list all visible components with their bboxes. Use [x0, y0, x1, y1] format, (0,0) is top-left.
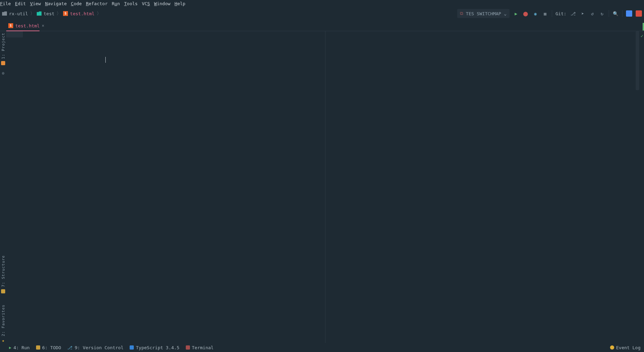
git-branch-button[interactable]: ⎇: [570, 11, 576, 16]
tool-todo[interactable]: 6: TODO: [36, 345, 61, 350]
folder-icon: [37, 11, 42, 16]
html5-icon: 5: [63, 11, 68, 16]
chevron-down-icon: ⌄: [504, 11, 507, 16]
star-icon: ★: [2, 338, 4, 343]
git-label: Git:: [556, 11, 566, 16]
tool-run-label: 4: Run: [14, 345, 30, 350]
menu-file[interactable]: File: [0, 1, 11, 6]
chevron-right-icon: 〉: [30, 10, 35, 17]
folder-icon: [2, 11, 7, 16]
coverage-button[interactable]: ◉: [532, 11, 539, 16]
breadcrumb-file[interactable]: test.html: [70, 11, 94, 16]
terminal-icon: [186, 345, 190, 350]
debug-button[interactable]: ⬤: [523, 11, 529, 16]
menu-navigate[interactable]: Navigate: [45, 1, 67, 6]
tool-favorites[interactable]: 2: Favorites: [1, 304, 6, 336]
inspection-stripe: ✓: [639, 31, 644, 343]
git-commit-button[interactable]: ➤: [580, 11, 586, 16]
editor-right-margin: [325, 31, 325, 343]
menu-tools[interactable]: Tools: [124, 1, 138, 6]
menu-vcs[interactable]: VCS: [142, 1, 150, 6]
event-log-icon: [610, 345, 614, 350]
google-plus-icon[interactable]: [636, 10, 642, 17]
toolbar-right: ⧉ TES SWITCHMAP ⌄ ▶ ⬤ ◉ ■ Git: ⎇ ➤ ↺ ↻ 🔍: [457, 9, 642, 18]
branch-icon: ⎇: [67, 345, 72, 350]
menu-bar: File Edit View Navigate Code Refactor Ru…: [0, 0, 644, 7]
chevron-right-icon: 〉: [56, 10, 61, 17]
html5-icon: 5: [8, 23, 13, 28]
run-config-selector[interactable]: ⧉ TES SWITCHMAP ⌄: [457, 9, 510, 18]
tab-label: test.html: [15, 23, 40, 28]
menu-view[interactable]: View: [30, 1, 41, 6]
tab-test-html[interactable]: 5 test.html ×: [6, 20, 47, 31]
stop-button[interactable]: ■: [542, 11, 548, 16]
tool-todo-label: 6: TODO: [42, 345, 61, 350]
menu-window[interactable]: Window: [154, 1, 171, 6]
tool-terminal[interactable]: Terminal: [186, 345, 214, 350]
chevron-right-icon: 〉: [97, 10, 101, 17]
editor-gutter: [6, 31, 23, 343]
breadcrumb-root[interactable]: rx-util: [9, 11, 28, 16]
main-area: 1: Project ◎ 7: Structure 2: Favorites ★…: [0, 31, 644, 343]
tool-run[interactable]: ▶ 4: Run: [9, 345, 30, 350]
inspection-marker: [643, 23, 644, 31]
play-icon: ▶: [9, 345, 11, 350]
breadcrumb-folder[interactable]: test: [44, 11, 54, 16]
menu-code[interactable]: Code: [71, 1, 82, 6]
scrollbar[interactable]: [636, 31, 639, 90]
git-history-button[interactable]: ↻: [599, 11, 605, 16]
menu-help[interactable]: Help: [175, 1, 185, 6]
separator: [609, 10, 609, 17]
editor-canvas[interactable]: [23, 31, 644, 343]
google-translate-icon[interactable]: [626, 10, 632, 17]
todo-icon: [36, 345, 40, 350]
structure-icon: [1, 289, 5, 293]
separator: [622, 10, 623, 17]
text-caret: [105, 57, 106, 63]
editor[interactable]: ✓: [6, 31, 644, 343]
tool-project[interactable]: 1: Project: [1, 33, 6, 59]
typescript-icon: [130, 345, 134, 350]
separator: [552, 10, 552, 17]
project-icon: [1, 61, 5, 65]
menu-refactor[interactable]: Refactor: [86, 1, 108, 6]
status-right: Event Log: [610, 345, 641, 350]
status-bar: ▶ 4: Run 6: TODO ⎇ 9: Version Control Ty…: [0, 343, 644, 352]
tool-vc-label: 9: Version Control: [75, 345, 123, 350]
event-log[interactable]: Event Log: [616, 345, 641, 350]
breadcrumb: rx-util 〉 test 〉 5 test.html 〉: [2, 10, 101, 17]
git-update-button[interactable]: ↺: [589, 11, 595, 16]
status-left: ▶ 4: Run 6: TODO ⎇ 9: Version Control Ty…: [9, 345, 214, 350]
menu-run[interactable]: Run: [112, 1, 120, 6]
tool-structure[interactable]: 7: Structure: [1, 255, 6, 287]
run-button[interactable]: ▶: [513, 11, 519, 16]
tool-terminal-label: Terminal: [192, 345, 214, 350]
tool-typescript[interactable]: TypeScript 3.4.5: [130, 345, 179, 350]
target-icon[interactable]: ◎: [2, 71, 5, 75]
run-config-label: TES SWITCHMAP: [466, 11, 501, 16]
tool-window-bar-left: 1: Project ◎ 7: Structure 2: Favorites ★: [0, 31, 6, 343]
editor-tabs: 5 test.html ×: [0, 20, 644, 31]
menu-edit[interactable]: Edit: [15, 1, 26, 6]
tool-ts-label: TypeScript 3.4.5: [136, 345, 179, 350]
toolbar: rx-util 〉 test 〉 5 test.html 〉 ⧉ TES SWI…: [0, 7, 644, 20]
analysis-ok-icon[interactable]: ✓: [641, 33, 643, 38]
close-icon[interactable]: ×: [42, 23, 44, 28]
tool-version-control[interactable]: ⎇ 9: Version Control: [67, 345, 123, 350]
search-button[interactable]: 🔍: [612, 11, 619, 16]
run-config-icon: ⧉: [460, 11, 463, 16]
